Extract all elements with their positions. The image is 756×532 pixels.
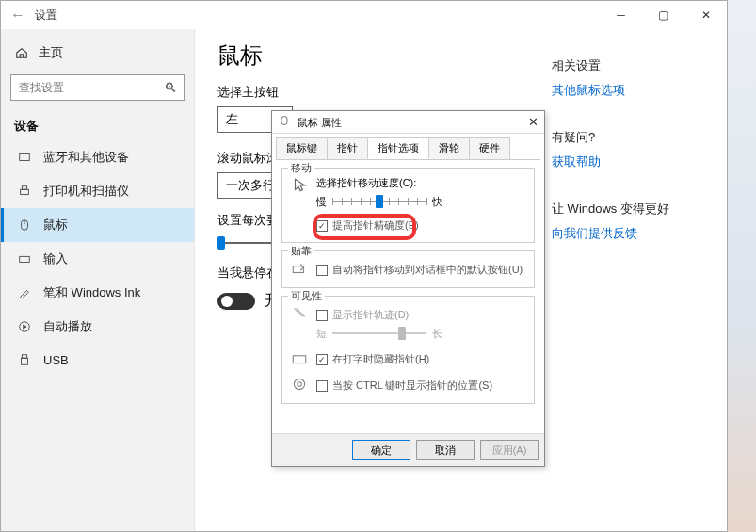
sidebar-item-label: 打印机和扫描仪 xyxy=(43,183,129,200)
select-value: 左 xyxy=(226,111,238,128)
svg-point-12 xyxy=(294,379,304,389)
svg-rect-9 xyxy=(281,117,287,125)
mouse-icon xyxy=(17,218,32,233)
sidebar-item-label: USB xyxy=(43,353,69,367)
ctrl-locate-icon xyxy=(290,375,309,394)
svg-rect-5 xyxy=(20,256,30,262)
keyboard-icon xyxy=(17,251,32,266)
svg-rect-8 xyxy=(22,358,28,364)
dialog-close-button[interactable]: ✕ xyxy=(528,115,539,129)
svg-rect-1 xyxy=(21,189,29,194)
apply-button[interactable]: 应用(A) xyxy=(480,440,539,460)
group-motion: 移动 选择指针移动速度(C): 慢 快 ✓ xyxy=(281,168,535,243)
hide-typing-checkbox[interactable]: ✓ xyxy=(316,354,328,365)
improve-header: 让 Windows 变得更好 xyxy=(552,201,693,218)
snap-label: 自动将指针移动到对话框中的默认按钮(U) xyxy=(332,263,523,277)
sidebar-item-label: 自动播放 xyxy=(43,318,92,335)
titlebar: ← 设置 ─ ▢ ✕ xyxy=(1,1,727,29)
dialog-titlebar: 鼠标 属性 ✕ xyxy=(272,111,544,134)
bluetooth-icon xyxy=(17,150,32,165)
minimize-button[interactable]: ─ xyxy=(600,1,642,29)
search-input[interactable] xyxy=(10,74,185,101)
usb-icon xyxy=(17,352,32,367)
feedback-link[interactable]: 向我们提供反馈 xyxy=(552,225,693,242)
sidebar-item-typing[interactable]: 输入 xyxy=(1,242,194,276)
group-label: 贴靠 xyxy=(288,244,314,258)
group-label: 移动 xyxy=(288,161,314,175)
pen-icon xyxy=(17,285,32,300)
trails-icon xyxy=(290,304,309,323)
hide-typing-label: 在打字时隐藏指针(H) xyxy=(332,352,429,366)
group-label: 可见性 xyxy=(288,289,325,303)
window-title: 设置 xyxy=(35,8,57,24)
enhance-precision-checkbox[interactable]: ✓ xyxy=(316,220,328,232)
long-label: 长 xyxy=(432,327,442,341)
slow-label: 慢 xyxy=(316,195,327,209)
mouse-properties-dialog: 鼠标 属性 ✕ 鼠标键 指针 指针选项 滑轮 硬件 移动 选择指针移动速度(C)… xyxy=(271,110,545,467)
svg-rect-0 xyxy=(20,154,30,161)
sidebar-item-label: 鼠标 xyxy=(43,217,68,234)
tab-pointer-options[interactable]: 指针选项 xyxy=(367,137,429,159)
short-label: 短 xyxy=(316,327,327,341)
home-button[interactable]: 主页 xyxy=(1,39,194,67)
autoplay-icon xyxy=(17,319,32,334)
printer-icon xyxy=(17,184,32,199)
sidebar: 主页 🔍︎ 设备 蓝牙和其他设备 打印机和扫描仪 鼠标 输入 xyxy=(1,29,195,531)
dialog-tabs: 鼠标键 指针 指针选项 滑轮 硬件 xyxy=(272,134,544,159)
tab-wheel[interactable]: 滑轮 xyxy=(428,137,470,159)
sidebar-item-mouse[interactable]: 鼠标 xyxy=(1,208,194,242)
sidebar-item-usb[interactable]: USB xyxy=(1,344,194,376)
ok-button[interactable]: 确定 xyxy=(352,440,410,460)
sidebar-item-label: 笔和 Windows Ink xyxy=(43,284,140,301)
right-column: 相关设置 其他鼠标选项 有疑问? 获取帮助 让 Windows 变得更好 向我们… xyxy=(552,57,693,261)
mouse-icon xyxy=(278,114,291,127)
sidebar-item-label: 输入 xyxy=(43,250,68,267)
sidebar-item-bluetooth[interactable]: 蓝牙和其他设备 xyxy=(1,140,194,174)
svg-rect-7 xyxy=(22,355,26,359)
tab-buttons[interactable]: 鼠标键 xyxy=(276,137,328,159)
home-label: 主页 xyxy=(39,44,63,61)
sidebar-item-autoplay[interactable]: 自动播放 xyxy=(1,310,194,344)
svg-rect-11 xyxy=(293,356,306,363)
help-header: 有疑问? xyxy=(552,129,693,146)
snap-checkbox[interactable] xyxy=(316,265,328,276)
window-controls: ─ ▢ ✕ xyxy=(600,1,727,29)
speed-label: 选择指针移动速度(C): xyxy=(316,176,526,190)
trails-label: 显示指针轨迹(D) xyxy=(332,308,409,322)
dialog-body: 移动 选择指针移动速度(C): 慢 快 ✓ xyxy=(276,159,540,433)
tab-pointers[interactable]: 指针 xyxy=(327,137,368,159)
search-icon[interactable]: 🔍︎ xyxy=(164,80,177,95)
cursor-icon xyxy=(290,176,309,195)
enhance-precision-label: 提高指针精确度(E) xyxy=(332,218,419,233)
tab-hardware[interactable]: 硬件 xyxy=(469,137,510,159)
hide-typing-icon xyxy=(290,348,309,367)
dialog-footer: 确定 取消 应用(A) xyxy=(272,433,544,466)
ctrl-locate-checkbox[interactable] xyxy=(316,380,328,392)
sidebar-item-pen[interactable]: 笔和 Windows Ink xyxy=(1,276,194,310)
sidebar-item-label: 蓝牙和其他设备 xyxy=(43,149,129,166)
section-header: 设备 xyxy=(1,108,194,140)
home-icon xyxy=(14,45,29,60)
svg-point-13 xyxy=(298,382,302,387)
related-settings-header: 相关设置 xyxy=(552,57,693,74)
select-value: 一次多行 xyxy=(226,177,275,194)
get-help-link[interactable]: 获取帮助 xyxy=(552,153,693,170)
snap-icon xyxy=(290,259,309,278)
close-button[interactable]: ✕ xyxy=(684,1,727,29)
maximize-button[interactable]: ▢ xyxy=(642,1,684,29)
sidebar-item-printers[interactable]: 打印机和扫描仪 xyxy=(1,174,194,208)
svg-rect-2 xyxy=(22,186,26,190)
trails-slider xyxy=(332,326,426,341)
trails-checkbox[interactable] xyxy=(316,310,328,321)
group-snap: 贴靠 自动将指针移动到对话框中的默认按钮(U) xyxy=(281,250,535,288)
ctrl-locate-label: 当按 CTRL 键时显示指针的位置(S) xyxy=(332,379,492,393)
group-visibility: 可见性 显示指针轨迹(D) 短 长 xyxy=(281,296,535,404)
fast-label: 快 xyxy=(432,195,442,209)
back-icon[interactable]: ← xyxy=(10,7,25,24)
speed-slider[interactable] xyxy=(332,194,426,209)
cancel-button[interactable]: 取消 xyxy=(416,440,475,460)
dialog-title: 鼠标 属性 xyxy=(298,117,342,128)
other-mouse-options-link[interactable]: 其他鼠标选项 xyxy=(552,82,693,99)
